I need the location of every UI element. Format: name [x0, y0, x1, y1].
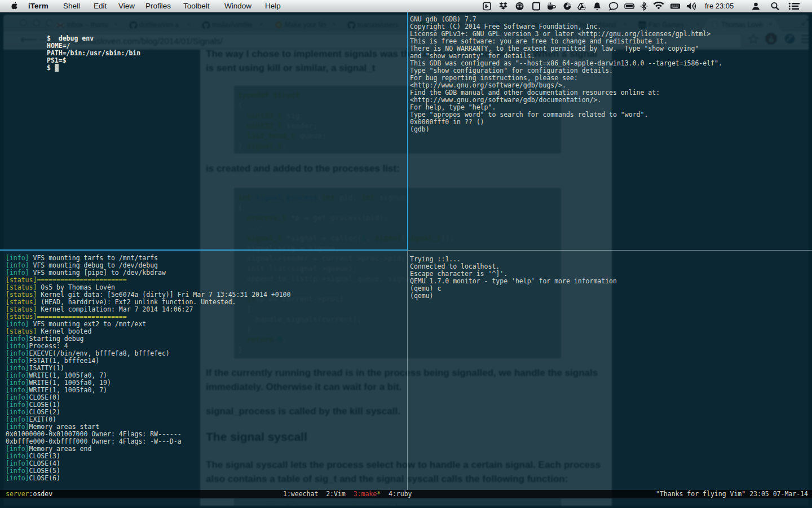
- battery-icon[interactable]: [624, 2, 634, 11]
- terminal-line: 0x0000fff0 in ?? (): [410, 119, 722, 126]
- bluetooth-icon[interactable]: [640, 2, 650, 11]
- menu-edit[interactable]: Edit: [94, 0, 107, 12]
- pane-divider-horizontal-active[interactable]: [0, 249, 408, 251]
- tmux-right-status: "Thanks for flying Vim" 23:05 07-Mar-14: [656, 490, 808, 498]
- tmux-window-3:make[interactable]: 3:make: [354, 490, 377, 498]
- tmux-window-1:weechat[interactable]: 1:weechat: [283, 490, 318, 498]
- pane-divider-horizontal[interactable]: [408, 250, 812, 251]
- terminal-line: (qemu): [410, 292, 617, 300]
- notification-list-icon[interactable]: [788, 2, 798, 11]
- search-icon[interactable]: [770, 2, 780, 11]
- dropbox-icon[interactable]: [498, 2, 508, 11]
- menu-bar: iTermShellEditViewProfilesToolbeltWindow…: [0, 0, 812, 12]
- pie-circle-icon[interactable]: [563, 2, 572, 11]
- tmux-current-window-marker: *: [377, 490, 381, 498]
- tmux-window-list: 1:weechat 2:Vim 3:make* 4:ruby: [283, 490, 412, 498]
- pane-divider-vertical[interactable]: [407, 251, 408, 490]
- menu-toolbelt[interactable]: Toolbelt: [183, 0, 210, 12]
- chat-bubble-icon[interactable]: [608, 2, 618, 11]
- apple-menu-icon[interactable]: [11, 0, 19, 12]
- terminal-pane-kernel-log[interactable]: [info] VFS mounting tarfs to /mnt/tarfs[…: [6, 255, 290, 482]
- menu-shell[interactable]: Shell: [63, 0, 80, 12]
- terminal-line: PS1=$: [47, 57, 140, 64]
- desktop: Inbox – thoma×dotfiles/vim a×mislav/vimf…: [0, 0, 812, 508]
- pane-divider-vertical-active[interactable]: [407, 12, 408, 250]
- tmux-status-bar: server:osdev 1:weechat 2:Vim 3:make* 4:r…: [0, 490, 812, 498]
- clipboard-app-icon[interactable]: [482, 2, 492, 11]
- tmux-session-name: server:osdev: [6, 490, 52, 498]
- iterm-terminal[interactable]: $ debug envHOME=/PATH=/bin:/usr/sbin:/bi…: [0, 12, 812, 508]
- headset-app-icon[interactable]: [515, 2, 524, 11]
- menu-profiles[interactable]: Profiles: [145, 0, 171, 12]
- menu-bar-clock[interactable]: fre 23:05: [705, 0, 734, 12]
- menu-iterm[interactable]: iTerm: [28, 0, 48, 12]
- volume-icon[interactable]: [686, 2, 695, 11]
- bell-icon[interactable]: [593, 2, 602, 11]
- google-drive-icon[interactable]: [577, 2, 586, 11]
- terminal-pane-qemu-monitor[interactable]: Trying ::1...Connected to localhost.Esca…: [410, 256, 617, 300]
- terminal-line: $: [47, 64, 140, 72]
- user-icon[interactable]: [751, 2, 761, 11]
- frame-app-icon[interactable]: [532, 2, 541, 11]
- terminal-line: (gdb): [410, 126, 722, 133]
- tmux-window-4:ruby[interactable]: 4:ruby: [389, 490, 412, 498]
- wifi-icon[interactable]: [653, 2, 663, 11]
- tmux-window-2:Vim[interactable]: 2:Vim: [326, 490, 346, 498]
- terminal-pane-debug-shell[interactable]: $ debug envHOME=/PATH=/bin:/usr/sbin:/bi…: [47, 35, 140, 72]
- menu-window[interactable]: Window: [224, 0, 251, 12]
- terminal-line: (qemu) c: [410, 285, 617, 292]
- terminal-pane-gdb[interactable]: GNU gdb (GDB) 7.7Copyright (C) 2014 Free…: [410, 16, 722, 133]
- menu-view[interactable]: View: [118, 0, 135, 12]
- keyboard-icon[interactable]: [670, 2, 679, 11]
- caffeine-cup-icon[interactable]: [546, 2, 555, 11]
- terminal-line: [info]CLOSE(6): [6, 475, 290, 482]
- menu-help[interactable]: Help: [265, 0, 281, 12]
